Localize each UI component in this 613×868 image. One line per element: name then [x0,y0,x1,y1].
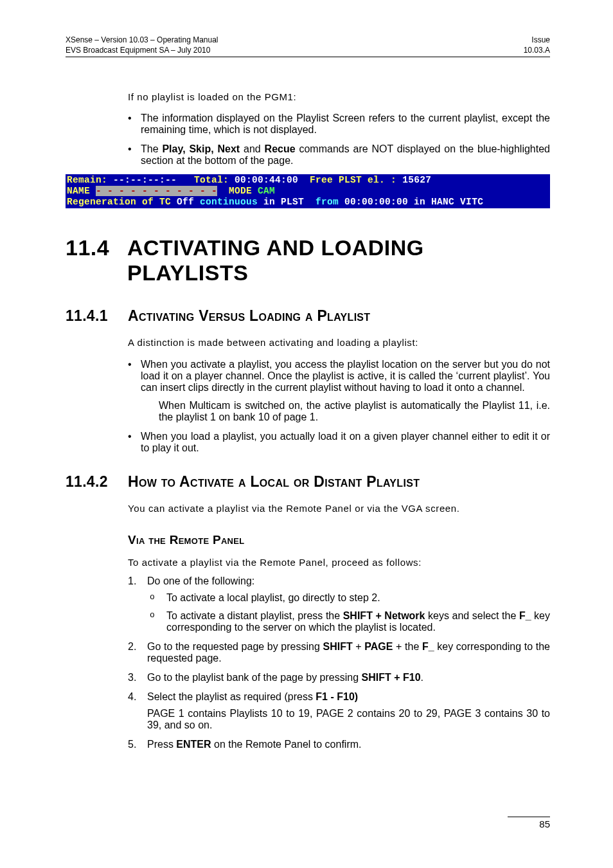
h2-2-num: 11.4.2 [66,473,115,491]
page-footer: 85 [508,817,550,829]
s4-pre: Select the playlist as required (press [147,691,315,702]
ss-total-val: 00:00:44:00 [229,175,310,185]
ss-free-label: Free PLST el. : [310,175,396,185]
ss-name-label: NAME [67,186,96,196]
s2-b3: F_ [422,641,434,652]
ss-remain-val: --:--:--:-- [107,175,194,185]
s1-b2-text: When you load a playlist, you actually l… [141,431,550,453]
s5-pre: Press [147,739,176,750]
s1-bullet-2: When you load a playlist, you actually l… [128,431,550,454]
s5-bold: ENTER [176,739,211,750]
s1b-bold: SHIFT + Network [343,610,425,621]
heading-11-4: 11.4 ACTIVATING AND LOADING PLAYLISTS [66,235,550,285]
step-4-note: PAGE 1 contains Playlists 10 to 19, PAGE… [147,708,550,731]
ss-total-label: Total: [194,175,229,185]
ss-continuous: continuous [200,197,258,207]
step-1-sublist: To activate a local playlist, go directl… [147,592,550,633]
s4-bold: F1 - F10) [315,691,358,702]
ss-mode-val: CAM [258,186,275,196]
tb2-bold1: Play, Skip, Next [162,143,240,154]
page-header: XSense – Version 10.03 – Operating Manua… [66,35,550,55]
heading-11-4-2: 11.4.2 How to Activate a Local or Distan… [66,473,550,491]
s1b-pre: To activate a distant playlist, press th… [166,610,343,621]
top-bullets: The information displayed on the Playlis… [128,113,550,167]
hdr-left-2: EVS Broadcast Equipment SA – July 2010 [66,46,218,55]
ss-remain-label: Remain: [67,175,107,185]
intro-text: If no playlist is loaded on the PGM1: [128,91,550,104]
s2-p1: + [353,641,365,652]
tb2-mid: and [240,143,264,154]
step-1-text: Do one of the following: [147,575,254,586]
step-3: Go to the playlist bank of the page by p… [128,672,550,683]
s1-bullets: When you activate a playlist, you access… [128,359,550,454]
s2-b2: PAGE [364,641,393,652]
heading-via-remote: Via the Remote Panel [128,533,550,547]
h2-2-text: How to Activate a Local or Distant Playl… [128,473,420,491]
ss-from: from [315,197,339,207]
s3-pre: Go to the playlist bank of the page by p… [147,672,362,683]
steps-list: Do one of the following: To activate a l… [128,575,550,750]
step-1a: To activate a local playlist, go directl… [147,592,550,604]
tb2-bold2: Recue [265,143,296,154]
step-1a-text: To activate a local playlist, go directl… [166,592,380,603]
ss-mode-label: MODE [217,186,258,196]
heading-11-4-1: 11.4.1 Activating Versus Loading a Playl… [66,307,550,325]
step-2: Go to the requested page by pressing SHI… [128,641,550,664]
h1-num: 11.4 [66,235,113,285]
s5-post: on the Remote Panel to confirm. [211,739,362,750]
h2-1-num: 11.4.1 [66,307,115,325]
s1-b1-sub: When Multicam is switched on, the active… [159,400,550,423]
s1b-bold2: F_ [519,610,531,621]
s1b-mid: keys and select the [425,610,519,621]
s2-intro: You can activate a playlist via the Remo… [128,502,550,515]
s2-p2: + the [393,641,422,652]
top-bullet-2: The Play, Skip, Next and Recue commands … [128,143,550,167]
hdr-left-1: XSense – Version 10.03 – Operating Manua… [66,35,218,44]
top-bullet-1-text: The information displayed on the Playlis… [141,113,550,135]
s1-b1-text: When you activate a playlist, you access… [141,359,550,393]
s2-pre: Go to the requested page by pressing [147,641,323,652]
step-1b: To activate a distant playlist, press th… [147,610,550,633]
terminal-screenshot: Remain: --:--:--:-- Total: 00:00:44:00 F… [66,174,550,208]
s2-b1: SHIFT [323,641,352,652]
hdr-right-2: 10.03.A [524,46,550,55]
ss-regen-label: Regeneration of TC [67,197,171,207]
ss-name-field: - - - - - - - - - - - [96,186,217,196]
s1-bullet-1: When you activate a playlist, you access… [128,359,550,423]
ss-free-val: 15627 [396,175,431,185]
s3-post: . [421,672,423,683]
step-4: Select the playlist as required (press F… [128,691,550,731]
step-1: Do one of the following: To activate a l… [128,575,550,633]
ss-regen-off: Off [171,197,200,207]
tb2-pre: The [141,143,162,154]
h1-text: ACTIVATING AND LOADING PLAYLISTS [127,235,550,285]
footer-rule [508,817,550,817]
s1-intro: A distinction is made between activating… [128,336,550,349]
step-5: Press ENTER on the Remote Panel to confi… [128,739,550,750]
hdr-right-1: Issue [524,35,550,44]
ss-tc: 00:00:00:00 in HANC VITC [339,197,483,207]
h2-1-text: Activating Versus Loading a Playlist [128,307,370,325]
page-number: 85 [539,818,550,829]
s3-bold: SHIFT + F10 [362,672,421,683]
top-bullet-1: The information displayed on the Playlis… [128,113,550,136]
s2-lead: To activate a playlist via the Remote Pa… [128,556,550,569]
ss-in-plst: in PLST [258,197,315,207]
